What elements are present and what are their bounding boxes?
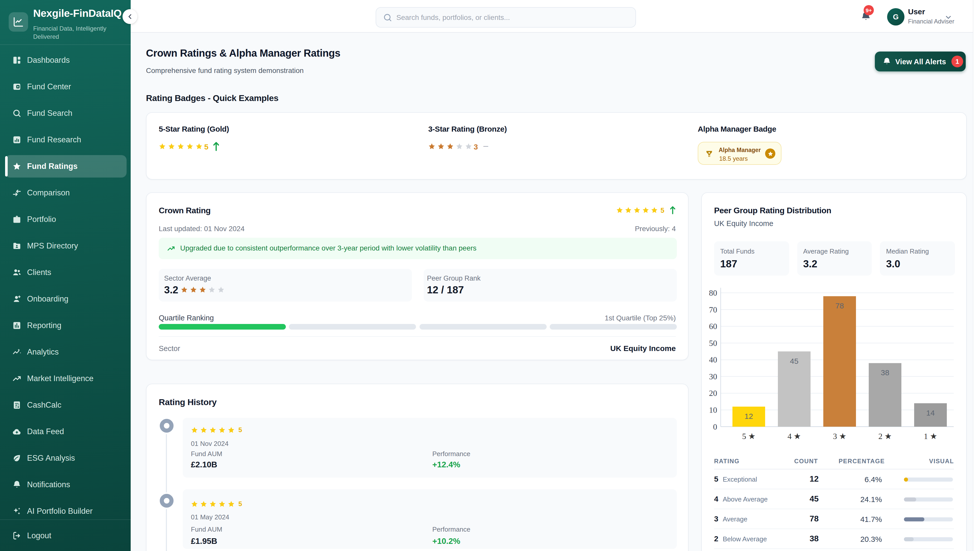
svg-text:38: 38	[881, 368, 889, 376]
svg-text:10: 10	[709, 405, 717, 414]
svg-text:2 ★: 2 ★	[878, 431, 892, 441]
svg-text:20: 20	[709, 388, 717, 397]
svg-text:1 ★: 1 ★	[924, 431, 937, 441]
svg-text:50: 50	[709, 338, 717, 348]
svg-text:12: 12	[745, 412, 753, 420]
svg-text:40: 40	[709, 355, 717, 364]
svg-text:45: 45	[790, 357, 798, 365]
svg-text:80: 80	[709, 288, 717, 297]
svg-text:5 ★: 5 ★	[742, 431, 756, 441]
svg-text:70: 70	[709, 305, 717, 314]
svg-text:4 ★: 4 ★	[788, 431, 801, 441]
svg-text:0: 0	[713, 422, 717, 431]
svg-text:60: 60	[709, 321, 717, 330]
svg-text:14: 14	[926, 408, 935, 417]
svg-text:78: 78	[835, 301, 844, 310]
svg-text:30: 30	[709, 372, 717, 381]
svg-text:3 ★: 3 ★	[833, 431, 846, 441]
